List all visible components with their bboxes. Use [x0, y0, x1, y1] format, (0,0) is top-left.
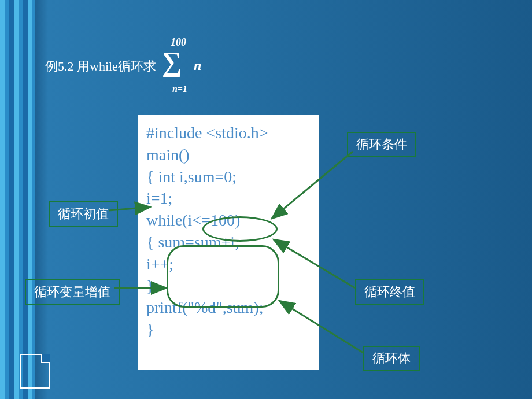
code-line: i=1; — [146, 187, 311, 209]
label-condition: 循环条件 — [347, 132, 416, 157]
label-final: 循环终值 — [355, 279, 424, 305]
document-icon — [20, 354, 50, 389]
code-block: #include <stdio.h> main() { int i,sum=0;… — [138, 115, 319, 370]
label-increment: 循环变量增值 — [25, 279, 120, 305]
code-line: } — [146, 319, 311, 341]
slide-title: 例5.2 用while循环求 100 ∑ n=1 n — [45, 43, 220, 90]
label-body: 循环体 — [363, 346, 420, 371]
summation-formula: 100 ∑ n=1 n — [162, 43, 220, 90]
title-text: 例5.2 用while循环求 — [45, 58, 156, 75]
code-line: #include <stdio.h> — [146, 122, 311, 144]
left-stripes — [0, 0, 35, 399]
sum-variable: n — [194, 58, 201, 73]
condition-ellipse — [202, 216, 278, 242]
code-line: main() — [146, 144, 311, 166]
sigma-symbol: ∑ — [162, 48, 182, 76]
code-line: { int i,sum=0; — [146, 166, 311, 188]
body-rounded-rect — [167, 245, 279, 308]
label-initial: 循环初值 — [49, 201, 118, 227]
sum-lower-limit: n=1 — [172, 84, 187, 94]
